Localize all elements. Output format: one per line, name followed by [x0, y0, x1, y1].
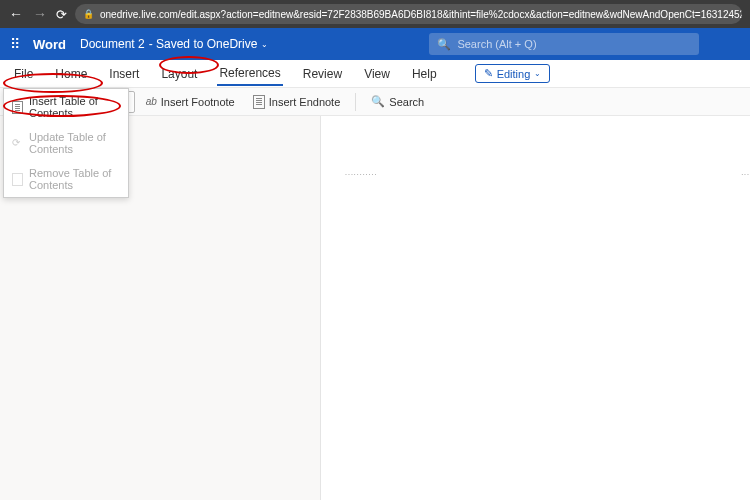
search-icon: 🔍 [437, 38, 451, 51]
endnote-icon [253, 95, 265, 109]
menu-review[interactable]: Review [301, 63, 344, 85]
title-bar: ⠿ Word Document 2 - Saved to OneDrive ⌄ … [0, 28, 750, 60]
remove-icon [12, 173, 23, 186]
menu-home[interactable]: Home [53, 63, 89, 85]
forward-button[interactable]: → [32, 6, 48, 22]
insert-footnote-button[interactable]: ab Insert Footnote [139, 92, 242, 112]
search-input[interactable]: 🔍 Search (Alt + Q) [429, 33, 699, 55]
menu-help[interactable]: Help [410, 63, 439, 85]
menu-insert[interactable]: Insert [107, 63, 141, 85]
chevron-down-icon: ⌄ [534, 69, 541, 78]
chevron-down-icon: ⌄ [261, 40, 268, 49]
back-button[interactable]: ← [8, 6, 24, 22]
url-bar[interactable]: 🔒 onedrive.live.com/edit.aspx?action=edi… [75, 4, 742, 24]
menu-layout[interactable]: Layout [159, 63, 199, 85]
menu-references[interactable]: References [217, 62, 282, 86]
document-icon [12, 101, 23, 114]
search-icon: 🔍 [371, 95, 385, 108]
menu-file[interactable]: File [12, 63, 35, 85]
ruler-mark: ··· [741, 171, 750, 178]
document-canvas[interactable]: ··········· ··· [321, 116, 750, 500]
app-launcher-icon[interactable]: ⠿ [10, 36, 19, 52]
insert-endnote-button[interactable]: Insert Endnote [246, 91, 348, 113]
app-name: Word [33, 37, 66, 52]
menu-view[interactable]: View [362, 63, 392, 85]
refresh-icon: ⟳ [12, 137, 23, 150]
toc-dropdown: Insert Table of Contents ⟳ Update Table … [3, 88, 129, 198]
document-title[interactable]: Document 2 - Saved to OneDrive ⌄ [80, 37, 268, 51]
ruler-mark: ··········· [345, 171, 377, 178]
update-toc-option: ⟳ Update Table of Contents [4, 125, 128, 161]
insert-toc-option[interactable]: Insert Table of Contents [4, 89, 128, 125]
divider [355, 93, 356, 111]
pencil-icon: ✎ [484, 67, 493, 80]
url-text: onedrive.live.com/edit.aspx?action=editn… [100, 9, 742, 20]
editing-mode-button[interactable]: ✎ Editing ⌄ [475, 64, 551, 83]
lock-icon: 🔒 [83, 9, 94, 19]
footnote-icon: ab [146, 96, 157, 107]
refresh-button[interactable]: ⟳ [56, 7, 67, 22]
browser-toolbar: ← → ⟳ 🔒 onedrive.live.com/edit.aspx?acti… [0, 0, 750, 28]
search-button[interactable]: 🔍 Search [364, 91, 431, 112]
remove-toc-option: Remove Table of Contents [4, 161, 128, 197]
menu-bar: File Home Insert Layout References Revie… [0, 60, 750, 88]
